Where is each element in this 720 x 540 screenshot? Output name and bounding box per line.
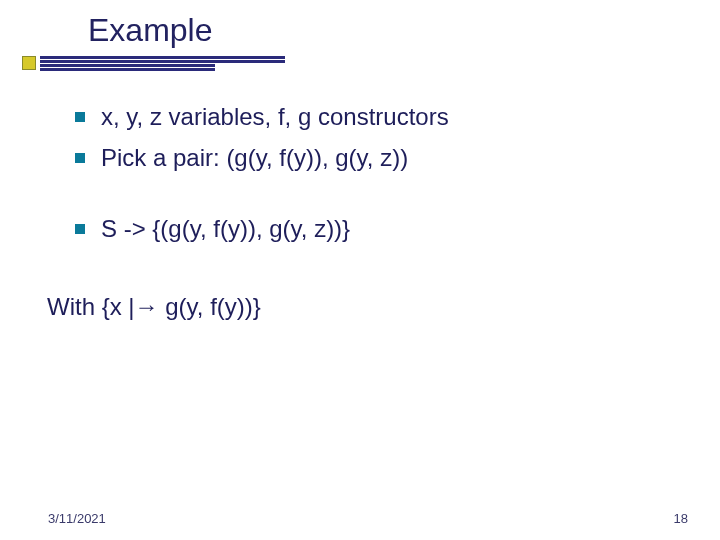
footer-page-number: 18 [674, 511, 688, 526]
bullet-icon [75, 153, 85, 163]
bullet-icon [75, 224, 85, 234]
bullet-item: Pick a pair: (g(y, f(y)), g(y, z)) [75, 141, 670, 176]
bullet-item: x, y, z variables, f, g constructors [75, 100, 670, 135]
slide-content: x, y, z variables, f, g constructors Pic… [0, 72, 720, 325]
footer-date: 3/11/2021 [48, 511, 106, 526]
decorative-square-icon [22, 56, 36, 70]
footer: 3/11/2021 18 [0, 511, 720, 526]
slide-title: Example [88, 12, 213, 49]
plain-text-line: With {x |→ g(y, f(y))} [47, 290, 670, 325]
title-underline-stripes [0, 56, 720, 72]
bullet-icon [75, 112, 85, 122]
bullet-text: S -> {(g(y, f(y)), g(y, z))} [101, 212, 350, 247]
bullet-item: S -> {(g(y, f(y)), g(y, z))} [75, 212, 670, 247]
bullet-text: Pick a pair: (g(y, f(y)), g(y, z)) [101, 141, 408, 176]
bullet-text: x, y, z variables, f, g constructors [101, 100, 449, 135]
title-bar: Example [0, 0, 720, 72]
